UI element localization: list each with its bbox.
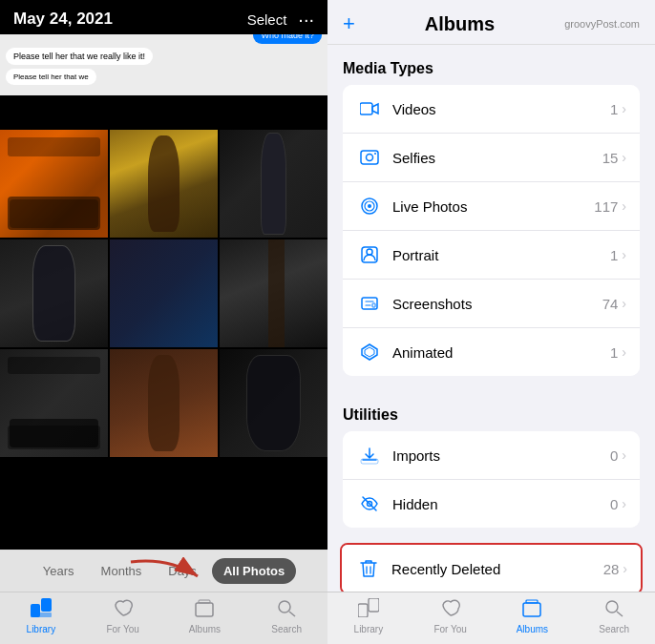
imports-count: 0 — [610, 447, 618, 464]
selfies-label: Selfies — [392, 150, 602, 166]
trash-icon — [355, 555, 382, 582]
tab-for-you[interactable]: For You — [82, 598, 164, 634]
chat-bubble: Please tell her that we really like it! — [6, 48, 153, 65]
svg-rect-24 — [358, 604, 368, 617]
photo-grid-container — [0, 34, 328, 550]
animated-count: 1 — [610, 344, 618, 361]
svg-point-11 — [374, 153, 376, 155]
right-tab-library[interactable]: Library — [328, 598, 410, 634]
for-you-tab-label: For You — [106, 624, 138, 634]
photo-thumbnail[interactable] — [110, 349, 218, 457]
tab-albums[interactable]: Albums — [164, 598, 246, 634]
imports-label: Imports — [392, 447, 610, 464]
list-item-live-photos[interactable]: Live Photos 117 › — [343, 182, 640, 231]
photo-date: May 24, 2021 — [13, 10, 113, 29]
svg-point-28 — [606, 601, 618, 613]
list-item-portrait[interactable]: Portrait 1 › — [343, 231, 640, 280]
portrait-label: Portrait — [392, 247, 610, 263]
svg-point-15 — [367, 249, 372, 255]
live-photos-count: 117 — [594, 198, 618, 215]
tab-search[interactable]: Search — [245, 598, 328, 634]
search-tab-label: Search — [271, 624, 302, 634]
utilities-header: Utilities — [328, 391, 655, 431]
svg-line-29 — [617, 612, 623, 616]
live-photos-label: Live Photos — [392, 198, 594, 215]
hidden-icon — [356, 490, 383, 517]
hidden-label: Hidden — [392, 496, 610, 512]
chevron-right-icon: › — [622, 447, 626, 463]
videos-count: 1 — [610, 101, 618, 117]
media-types-header: Media Types — [328, 45, 655, 85]
photo-header: May 24, 2021 Select ··· — [0, 0, 328, 34]
list-item-animated[interactable]: Animated 1 › — [343, 328, 640, 376]
left-bottom-tabs: Library For You Albums — [0, 592, 328, 644]
imports-icon — [356, 442, 383, 468]
albums-icon — [521, 598, 542, 622]
svg-rect-4 — [199, 600, 210, 603]
for-you-icon — [440, 598, 461, 622]
screenshots-count: 74 — [602, 296, 619, 312]
right-for-you-tab-label: For You — [433, 624, 466, 634]
for-you-icon — [113, 598, 134, 622]
svg-rect-3 — [196, 603, 213, 616]
selfie-icon — [356, 144, 383, 171]
list-item-videos[interactable]: Videos 1 › — [343, 85, 640, 134]
svg-rect-8 — [360, 103, 372, 114]
svg-point-5 — [279, 601, 290, 613]
library-icon — [31, 598, 52, 622]
svg-marker-20 — [365, 347, 374, 357]
screenshots-icon — [356, 290, 383, 317]
utilities-list: Imports 0 › Hidden 0 › — [343, 431, 640, 528]
library-tab-label: Library — [27, 624, 56, 634]
select-button[interactable]: Select — [247, 11, 287, 28]
chevron-right-icon: › — [622, 344, 626, 360]
photo-thumbnail[interactable] — [0, 349, 108, 457]
albums-title: Albums — [355, 13, 564, 35]
years-button[interactable]: Years — [32, 558, 86, 584]
photo-thumbnail[interactable] — [220, 130, 328, 238]
svg-point-14 — [368, 204, 371, 208]
more-button[interactable]: ··· — [298, 10, 314, 29]
selfies-count: 15 — [602, 150, 619, 166]
photo-thumbnail[interactable] — [220, 239, 328, 347]
chevron-right-icon: › — [622, 150, 626, 165]
right-bottom-tabs: Library For You Albums — [328, 592, 655, 644]
photo-thumbnail[interactable] — [0, 130, 108, 238]
all-photos-button[interactable]: All Photos — [212, 558, 296, 584]
photo-thumbnail[interactable] — [110, 130, 218, 238]
video-icon — [356, 95, 383, 122]
list-item-hidden[interactable]: Hidden 0 › — [343, 480, 640, 528]
screenshots-label: Screenshots — [392, 296, 602, 312]
months-button[interactable]: Months — [90, 558, 154, 584]
svg-line-6 — [289, 612, 295, 616]
recently-deleted-count: 28 — [603, 561, 620, 577]
chevron-right-icon: › — [623, 561, 627, 576]
right-tab-albums[interactable]: Albums — [492, 598, 574, 634]
search-icon — [603, 598, 624, 622]
portrait-icon — [356, 241, 383, 268]
svg-marker-19 — [362, 344, 377, 360]
list-item-screenshots[interactable]: Screenshots 74 › — [343, 280, 640, 328]
list-item-imports[interactable]: Imports 0 › — [343, 431, 640, 480]
albums-icon — [194, 598, 215, 622]
right-tab-for-you[interactable]: For You — [410, 598, 492, 634]
chevron-right-icon: › — [622, 296, 626, 311]
photo-thumbnail[interactable] — [220, 349, 328, 457]
photo-thumbnail[interactable] — [110, 239, 218, 347]
view-switcher: Years Months Days All Photos — [0, 550, 328, 592]
right-tab-search[interactable]: Search — [573, 598, 655, 634]
groovy-watermark: groovyPost.com — [564, 18, 640, 30]
photo-thumbnail[interactable] — [0, 239, 108, 347]
svg-rect-25 — [369, 598, 379, 612]
recently-deleted-label: Recently Deleted — [391, 561, 603, 577]
right-header: + Albums groovyPost.com — [328, 0, 655, 45]
right-content: Media Types Videos 1 › — [328, 45, 655, 592]
days-button[interactable]: Days — [157, 558, 208, 584]
hidden-count: 0 — [610, 496, 618, 512]
list-item-recently-deleted[interactable]: Recently Deleted 28 › — [342, 545, 641, 592]
right-panel: + Albums groovyPost.com Media Types Vide… — [328, 0, 655, 644]
add-album-button[interactable]: + — [343, 11, 355, 36]
tab-library[interactable]: Library — [0, 598, 82, 634]
list-item-selfies[interactable]: Selfies 15 › — [343, 134, 640, 182]
svg-point-10 — [367, 155, 373, 161]
